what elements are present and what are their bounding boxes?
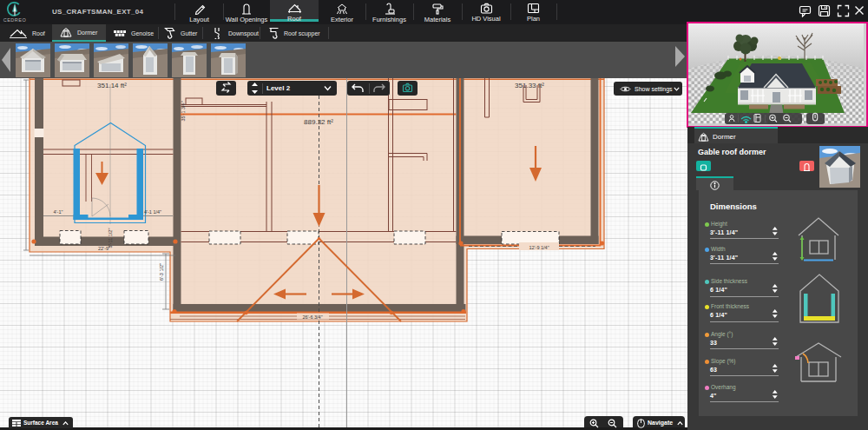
svg-text:35'-1 3/4": 35'-1 3/4" [181, 101, 186, 121]
svg-text:6'-3 1/2": 6'-3 1/2" [159, 263, 164, 281]
svg-text:889.32 ft²: 889.32 ft² [304, 118, 333, 126]
svg-text:351.33 ft²: 351.33 ft² [515, 82, 544, 89]
svg-text:351.14 ft²: 351.14 ft² [97, 82, 127, 89]
svg-text:4'-1": 4'-1" [54, 209, 63, 215]
svg-text:26'-6 3/4": 26'-6 3/4" [302, 314, 322, 320]
svg-text:3'-11 1/2": 3'-11 1/2" [108, 228, 113, 248]
svg-text:12'-9 1/4": 12'-9 1/4" [529, 245, 549, 250]
svg-text:4'-1 1/4": 4'-1 1/4" [144, 209, 161, 215]
